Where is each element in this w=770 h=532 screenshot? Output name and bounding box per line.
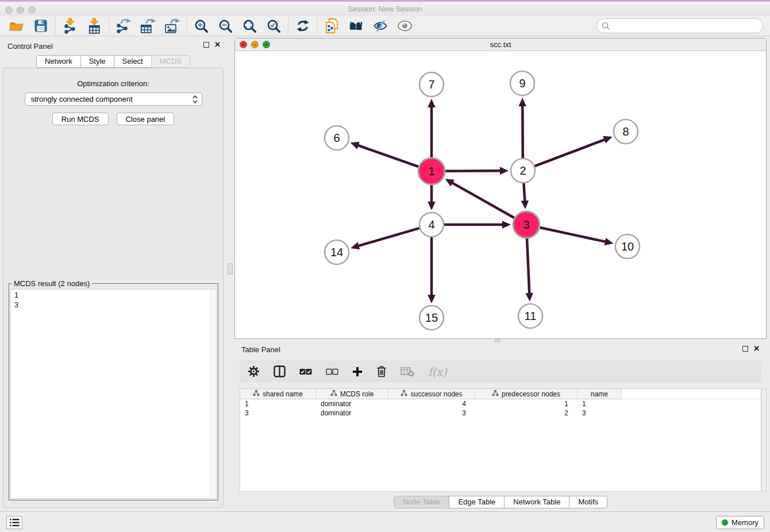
add-row-icon[interactable]: [352, 367, 363, 377]
graph-edge-3-10[interactable]: [540, 228, 607, 242]
column-header-successor-nodes[interactable]: successor nodes: [388, 389, 475, 399]
close-panel-button[interactable]: Close panel: [117, 113, 175, 125]
graph-node-4[interactable]: 4: [419, 213, 444, 237]
task-history-button[interactable]: [6, 516, 22, 529]
mcds-result-area[interactable]: 1 3: [10, 289, 217, 499]
tab-network-table[interactable]: Network Table: [504, 496, 569, 508]
delete-row-icon[interactable]: [376, 365, 387, 377]
memory-label: Memory: [732, 518, 759, 527]
zoom-selected-icon[interactable]: [261, 17, 286, 35]
column-visibility-icon[interactable]: [274, 365, 286, 377]
select-stepper-icon: [192, 94, 198, 108]
export-image-icon[interactable]: [160, 17, 184, 35]
network-window-titlebar[interactable]: ✕ − + scc.txt: [235, 38, 766, 51]
table-cell[interactable]: 3: [388, 408, 475, 418]
graph-node-7[interactable]: 7: [419, 72, 444, 97]
table-panel-title: Table Panel: [241, 345, 280, 354]
save-session-icon[interactable]: [29, 17, 53, 35]
graph-edge-2-8[interactable]: [535, 139, 607, 166]
result-scrollbar[interactable]: [210, 290, 216, 498]
table-cell[interactable]: 1: [578, 399, 622, 408]
graph-node-9[interactable]: 9: [510, 71, 534, 95]
graph-node-15[interactable]: 15: [419, 306, 444, 330]
float-table-panel-icon[interactable]: [742, 346, 748, 352]
graph-node-11[interactable]: 11: [518, 304, 542, 328]
select-all-icon[interactable]: [299, 368, 312, 375]
table-cell[interactable]: 4: [388, 399, 475, 408]
network-maximize-icon[interactable]: +: [263, 41, 270, 48]
tab-motifs[interactable]: Motifs: [569, 496, 607, 508]
horizontal-splitter-grip[interactable]: [494, 339, 500, 342]
graph-node-3[interactable]: 3: [513, 211, 540, 238]
graph-node-1[interactable]: 1: [418, 158, 445, 184]
tab-network[interactable]: Network: [36, 55, 81, 68]
network-canvas[interactable]: 1234678910111415: [235, 51, 766, 338]
memory-button[interactable]: Memory: [716, 516, 764, 529]
column-header-shared-name[interactable]: shared name: [240, 389, 316, 399]
control-panel-title: Control Panel: [7, 42, 53, 51]
network-file-icon[interactable]: [320, 17, 344, 35]
run-mcds-button[interactable]: Run MCDS: [52, 113, 109, 125]
table-cell[interactable]: 1: [475, 399, 578, 408]
close-panel-icon[interactable]: ✕: [214, 41, 221, 48]
graph-node-label: 7: [428, 78, 434, 91]
graph-node-label: 3: [523, 218, 529, 231]
search-input[interactable]: [596, 18, 763, 33]
graph-node-14[interactable]: 14: [325, 240, 349, 264]
vertical-splitter-grip[interactable]: [228, 263, 233, 275]
network-close-icon[interactable]: ✕: [240, 41, 247, 48]
graph-edge-arrowhead: [521, 201, 529, 209]
table-cell[interactable]: 1: [240, 399, 316, 408]
refresh-view-icon[interactable]: [291, 17, 315, 35]
graph-edge-1-6[interactable]: [356, 145, 418, 167]
hide-graphics-details-icon[interactable]: [368, 17, 392, 35]
graph-node-10[interactable]: 10: [615, 234, 640, 259]
table-cell[interactable]: 3: [578, 408, 622, 418]
graph-edge-3-1[interactable]: [451, 182, 514, 218]
graph-edge-4-14[interactable]: [357, 228, 419, 246]
table-cell[interactable]: dominator: [316, 408, 388, 418]
optimization-criterion-label: Optimization criterion:: [3, 79, 223, 88]
export-table-icon[interactable]: [136, 17, 160, 35]
table-cell[interactable]: dominator: [316, 399, 388, 408]
import-table-icon[interactable]: [82, 17, 106, 35]
table-scrollbar[interactable]: [761, 388, 767, 492]
graph-node-8[interactable]: 8: [614, 119, 638, 144]
table-panel-controls: ✕: [742, 345, 760, 352]
graph-node-6[interactable]: 6: [325, 126, 349, 150]
search-field-wrap: [596, 18, 763, 33]
import-network-icon[interactable]: [58, 17, 82, 35]
zoom-out-icon[interactable]: [213, 17, 237, 35]
graph-edge-1-2[interactable]: [445, 171, 502, 171]
tab-style[interactable]: Style: [80, 55, 114, 68]
close-table-panel-icon[interactable]: ✕: [753, 345, 760, 352]
table-row[interactable]: 1dominator411: [240, 399, 761, 408]
tab-edge-table[interactable]: Edge Table: [449, 496, 505, 508]
column-header-mcds-role[interactable]: MCDS role: [316, 389, 388, 399]
column-header-predecessor-nodes[interactable]: predecessor nodes: [475, 389, 578, 399]
network-view-window: ✕ − + scc.txt 1234678910111415: [234, 38, 767, 339]
export-network-icon[interactable]: [111, 17, 136, 35]
float-panel-icon[interactable]: [203, 42, 209, 48]
table-settings-gear-icon[interactable]: [248, 365, 260, 377]
show-graphics-details-icon[interactable]: [392, 17, 417, 35]
network-minimize-icon[interactable]: −: [251, 41, 259, 48]
graph-edge-2-9[interactable]: [522, 104, 523, 158]
tab-mcds[interactable]: MCDS: [151, 55, 190, 68]
graph-node-2[interactable]: 2: [511, 159, 535, 183]
zoom-in-icon[interactable]: [189, 17, 213, 35]
table-cell[interactable]: 3: [240, 408, 316, 418]
graph-edge-2-3[interactable]: [523, 183, 525, 203]
graph-edge-arrowhead: [604, 238, 613, 245]
graph-edge-3-11[interactable]: [527, 238, 529, 295]
zoom-fit-icon[interactable]: [237, 17, 261, 35]
criterion-select[interactable]: strongly connected component: [25, 92, 202, 106]
open-session-icon[interactable]: [5, 17, 29, 35]
table-cell[interactable]: 2: [475, 408, 578, 418]
table-row[interactable]: 3dominator323: [240, 408, 761, 418]
tab-select[interactable]: Select: [114, 55, 152, 68]
home-icon[interactable]: [344, 17, 368, 35]
column-header-name[interactable]: name: [578, 389, 622, 399]
tab-node-table[interactable]: Node Table: [394, 496, 450, 508]
clear-selection-icon[interactable]: [326, 368, 338, 375]
